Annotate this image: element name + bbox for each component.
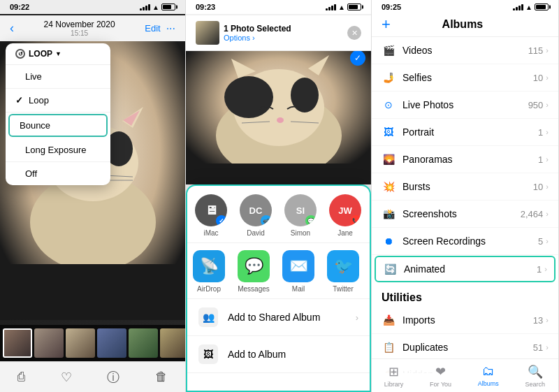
album-animated[interactable]: 🔄 Animated 1 ›: [375, 256, 556, 282]
album-name-animated: Animated: [404, 263, 537, 275]
svg-point-18: [224, 76, 273, 118]
album-imports[interactable]: 📥 Imports 13 ›: [372, 307, 558, 334]
album-count-screen-recordings: 5: [538, 236, 543, 247]
jane-badge: 📞: [350, 215, 361, 226]
album-count-videos: 115: [528, 45, 544, 56]
svg-rect-25: [186, 164, 371, 184]
edit-button[interactable]: Edit: [145, 23, 160, 34]
chevron-duplicates: ›: [546, 343, 549, 351]
thumb-strip-1: [0, 325, 185, 361]
more-button[interactable]: ···: [166, 22, 175, 35]
albums-header: + Albums: [372, 14, 558, 37]
heart-icon[interactable]: ♡: [61, 370, 72, 385]
live-photos-icon: ⊙: [382, 98, 395, 112]
album-screen-recordings[interactable]: ⏺ Screen Recordings 5 ›: [372, 228, 558, 255]
trash-icon[interactable]: 🗑: [155, 370, 168, 384]
album-videos[interactable]: 🎬 Videos 115 ›: [372, 37, 558, 64]
panel-2: 09:23 ▲ 1 Photo Selected Options › ✕: [186, 0, 372, 392]
album-bursts[interactable]: 💥 Bursts 10 ›: [372, 173, 558, 201]
album-panoramas[interactable]: 🌄 Panoramas 1 ›: [372, 146, 558, 173]
jane-avatar: JW 📞: [329, 194, 361, 226]
nav-library[interactable]: ⊞ Library: [384, 364, 404, 388]
add-shared-album[interactable]: 👥 Add to Shared Album ›: [187, 299, 370, 336]
contact-imac[interactable]: 🖥 ✓ iMac: [193, 194, 229, 237]
nav-for-you[interactable]: ❤ For You: [430, 364, 451, 388]
selfies-icon: 🤳: [382, 71, 395, 85]
contact-david[interactable]: DC 📹 David: [238, 194, 274, 237]
thumb-3[interactable]: [66, 328, 95, 358]
app-mail[interactable]: ✉️ Mail: [282, 250, 314, 293]
share-header: 1 Photo Selected Options › ✕: [186, 15, 371, 51]
contacts-row: 🖥 ✓ iMac DC 📹 David SI 💬 Simon: [187, 186, 370, 243]
signal-icon-3: [513, 3, 523, 10]
album-live-photos[interactable]: ⊙ Live Photos 950 ›: [372, 92, 558, 119]
thumb-6[interactable]: [160, 328, 185, 358]
album-name-duplicates: Duplicates: [402, 342, 533, 353]
animated-icon: 🔄: [383, 262, 397, 276]
imac-name: iMac: [203, 229, 218, 237]
album-name-screenshots: Screenshots: [402, 208, 521, 219]
dropdown-header[interactable]: ↺ LOOP ▼: [6, 43, 110, 65]
dropdown-off[interactable]: Off: [6, 162, 110, 185]
options-button[interactable]: Options ›: [224, 34, 347, 42]
search-label: Search: [525, 381, 546, 388]
info-icon[interactable]: ⓘ: [107, 369, 119, 386]
share-icon[interactable]: ⎙: [17, 370, 25, 384]
add-album-label: Add to Album: [228, 349, 286, 360]
contact-simon[interactable]: SI 💬 Simon: [282, 194, 319, 237]
svg-rect-14: [0, 264, 185, 320]
chevron-screenshots: ›: [546, 210, 549, 218]
svg-point-20: [277, 117, 284, 123]
portrait-icon: 🖼: [382, 125, 395, 139]
thumb-5[interactable]: [129, 328, 158, 358]
thumb-1[interactable]: [3, 328, 32, 358]
simon-avatar: SI 💬: [284, 194, 317, 226]
album-count-duplicates: 51: [533, 342, 543, 353]
status-time-3: 09:25: [382, 3, 401, 11]
album-name-panoramas: Panoramas: [402, 154, 538, 165]
album-portrait[interactable]: 🖼 Portrait 1 ›: [372, 119, 558, 146]
dropdown-long-exposure[interactable]: Long Exposure: [6, 138, 110, 162]
nav-albums[interactable]: 🗂 Albums: [478, 364, 499, 387]
status-icons-2: ▲: [326, 3, 361, 11]
contact-jane[interactable]: JW 📞 Jane: [327, 194, 363, 237]
app-row: 📡 AirDrop 💬 Messages ✉️ Mail 🐦 Twitter: [187, 243, 370, 299]
dropdown-bounce[interactable]: Bounce: [8, 114, 108, 137]
thumb-2[interactable]: [34, 328, 64, 358]
dropdown-loop[interactable]: Loop: [6, 89, 110, 112]
wifi-icon-1: ▲: [152, 3, 159, 11]
dropdown-live[interactable]: Live: [6, 65, 110, 89]
app-messages[interactable]: 💬 Messages: [238, 250, 270, 293]
simon-name: Simon: [291, 229, 310, 237]
add-shared-album-label: Add to Shared Album: [228, 312, 320, 323]
twitter-icon: 🐦: [327, 250, 359, 282]
share-sheet: 🖥 ✓ iMac DC 📹 David SI 💬 Simon: [186, 184, 371, 392]
app-airdrop[interactable]: 📡 AirDrop: [193, 250, 225, 293]
screenshots-icon: 📸: [382, 207, 395, 221]
album-name-portrait: Portrait: [402, 126, 538, 138]
status-time-2: 09:23: [196, 3, 215, 11]
album-name-bursts: Bursts: [402, 181, 533, 192]
add-album-button[interactable]: +: [382, 17, 391, 32]
close-button[interactable]: ✕: [347, 26, 361, 40]
nav-search[interactable]: 🔍 Search: [525, 364, 546, 388]
loop-dropdown: ↺ LOOP ▼ Live Loop Bounce Long Exposure …: [6, 43, 110, 185]
twitter-label: Twitter: [333, 285, 353, 293]
app-twitter[interactable]: 🐦 Twitter: [327, 250, 359, 293]
bursts-icon: 💥: [382, 180, 395, 194]
album-count-live: 950: [528, 100, 544, 110]
album-screenshots[interactable]: 📸 Screenshots 2,464 ›: [372, 201, 558, 228]
thumb-4[interactable]: [97, 328, 126, 358]
signal-icon-2: [326, 3, 336, 10]
album-name-live: Live Photos: [402, 99, 528, 110]
chevron-selfies: ›: [546, 73, 549, 82]
panel-3: 09:25 ▲ + Albums 🎬 Videos 115 ›: [372, 0, 559, 392]
cat-image-2: ✓: [186, 45, 371, 184]
library-label: Library: [384, 381, 404, 388]
album-selfies[interactable]: 🤳 Selfies 10 ›: [372, 64, 558, 92]
add-to-album[interactable]: 🖼 Add to Album: [187, 336, 370, 373]
chevron-videos: ›: [546, 46, 549, 55]
back-icon-1[interactable]: ‹: [10, 21, 14, 36]
imports-icon: 📥: [382, 313, 395, 327]
album-duplicates[interactable]: 📋 Duplicates 51 ›: [372, 334, 558, 361]
